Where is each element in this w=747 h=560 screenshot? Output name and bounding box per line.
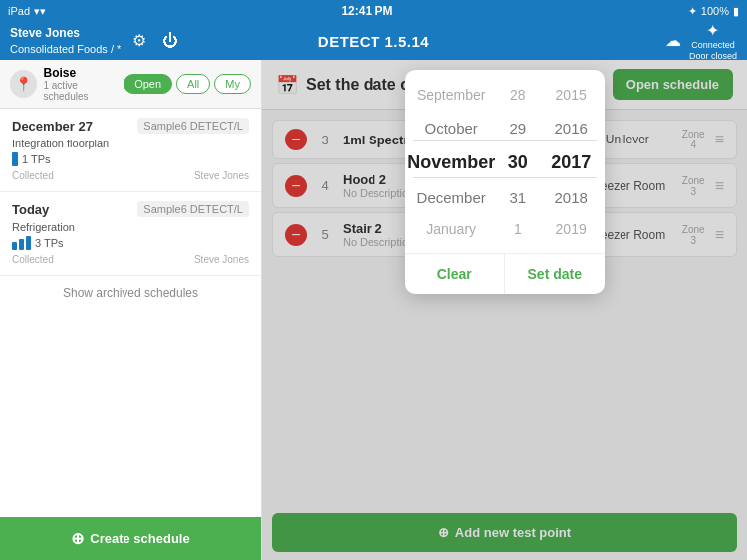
bar-2 [19, 239, 24, 250]
user-name: Steve Jones [10, 26, 121, 42]
collected-by-2: Steve Jones [194, 254, 249, 265]
wifi-icon: ▾▾ [34, 5, 46, 18]
schedule-item[interactable]: December 27 Sample6 DETECT/L Integration… [0, 109, 261, 192]
date-picker-overlay: September October November December Janu… [262, 60, 747, 560]
location-icon: 📍 [10, 70, 37, 98]
create-btn-label: Create schedule [90, 531, 189, 546]
collected-label-1: Collected [12, 170, 54, 181]
connected-label: Connected [691, 40, 735, 51]
location-sub: 1 active schedules [43, 80, 124, 102]
schedule-date-1: December 27 [12, 119, 93, 134]
schedule-list: December 27 Sample6 DETECT/L Integration… [0, 109, 261, 517]
bar-1 [12, 242, 17, 250]
ipad-label: iPad [8, 5, 30, 17]
sidebar: 📍 Boise 1 active schedules Open All My D… [0, 60, 262, 560]
year-row-0: 2015 [538, 80, 605, 112]
schedule-name-1: Sample6 DETECT/L [137, 118, 249, 134]
filter-all[interactable]: All [176, 74, 210, 94]
status-left: iPad ▾▾ [8, 5, 46, 18]
nav-right: ☁ ✦ Connected Door closed [495, 21, 737, 62]
day-row-4: 1 [498, 214, 538, 246]
schedule-name-2: Sample6 DETECT/L [137, 201, 249, 217]
settings-button[interactable]: ⚙ [128, 29, 150, 52]
month-row-selected: November [405, 144, 498, 181]
bluetooth-connection: ✦ Connected Door closed [689, 21, 737, 62]
nav-left: Steve Jones Consolidated Foods / * ⚙ ⏻ [10, 26, 252, 56]
connection-status: ☁ [665, 31, 681, 50]
tp-row-1: 1 TPs [12, 152, 249, 166]
main-layout: 📍 Boise 1 active schedules Open All My D… [0, 60, 747, 560]
filter-my[interactable]: My [214, 74, 251, 94]
year-row-1: 2016 [538, 112, 605, 144]
schedule-type-2: Refrigeration [12, 221, 249, 233]
right-panel: 📅 Set the date of the schedule ✏ Edit Op… [262, 60, 747, 560]
battery-icon: ▮ [733, 5, 739, 18]
date-picker-actions: Clear Set date [405, 253, 605, 294]
month-row-1: October [405, 112, 498, 144]
month-row-3: December [405, 181, 498, 214]
user-company: Consolidated Foods / * [10, 42, 121, 56]
schedule-item-2[interactable]: Today Sample6 DETECT/L Refrigeration 3 T… [0, 192, 261, 276]
app-title: DETECT 1.5.14 [252, 33, 494, 50]
collected-row-2: Collected Steve Jones [12, 254, 249, 265]
filter-open[interactable]: Open [124, 74, 172, 94]
date-picker[interactable]: September October November December Janu… [405, 70, 605, 294]
year-column: 2015 2016 2017 2018 2019 [538, 80, 605, 245]
day-row-selected: 30 [498, 144, 538, 181]
month-row-4: January [405, 214, 498, 246]
day-row-0: 28 [498, 80, 538, 112]
location-info: 📍 Boise 1 active schedules [10, 66, 124, 102]
filter-buttons: Open All My [124, 74, 251, 94]
schedule-type-1: Integration floorplan [12, 138, 249, 149]
status-bar: iPad ▾▾ 12:41 PM ✦ 100% ▮ [0, 0, 747, 22]
collected-row-1: Collected Steve Jones [12, 170, 249, 181]
user-info: Steve Jones Consolidated Foods / * [10, 26, 121, 56]
tp-row-2: 3 TPs [12, 236, 249, 250]
collected-label-2: Collected [12, 254, 54, 265]
year-row-selected: 2017 [538, 144, 605, 181]
cloud-icon: ☁ [665, 31, 681, 50]
day-row-3: 31 [498, 181, 538, 214]
tp-count-1: 1 TPs [22, 153, 51, 165]
location-text: Boise 1 active schedules [43, 66, 124, 102]
month-column: September October November December Janu… [405, 80, 498, 245]
refrig-bars [12, 236, 31, 250]
schedule-date-2: Today [12, 202, 49, 217]
tp-count-2: 3 TPs [35, 237, 64, 249]
tp-bar-icon [12, 152, 18, 166]
month-row-0: September [405, 80, 498, 112]
clear-date-button[interactable]: Clear [405, 254, 506, 294]
year-row-4: 2019 [538, 214, 605, 246]
day-row-1: 29 [498, 112, 538, 144]
status-time: 12:41 PM [341, 4, 392, 18]
show-archived[interactable]: Show archived schedules [0, 276, 261, 310]
year-row-3: 2018 [538, 181, 605, 214]
sidebar-header: 📍 Boise 1 active schedules Open All My [0, 60, 261, 109]
bluetooth-nav-icon: ✦ [706, 21, 719, 40]
create-schedule-button[interactable]: ⊕ Create schedule [0, 517, 261, 560]
day-column: 28 29 30 31 1 [498, 80, 538, 245]
collected-by-1: Steve Jones [194, 170, 249, 181]
create-btn-icon: ⊕ [71, 529, 84, 548]
date-picker-scroll: September October November December Janu… [405, 70, 605, 245]
location-name: Boise [43, 66, 124, 80]
battery-text: 100% [701, 5, 729, 17]
set-date-button[interactable]: Set date [505, 254, 605, 294]
nav-bar: Steve Jones Consolidated Foods / * ⚙ ⏻ D… [0, 22, 747, 60]
bar-3 [26, 236, 31, 250]
status-right: ✦ 100% ▮ [688, 5, 739, 18]
power-button[interactable]: ⏻ [158, 30, 182, 52]
bluetooth-icon: ✦ [688, 5, 697, 18]
